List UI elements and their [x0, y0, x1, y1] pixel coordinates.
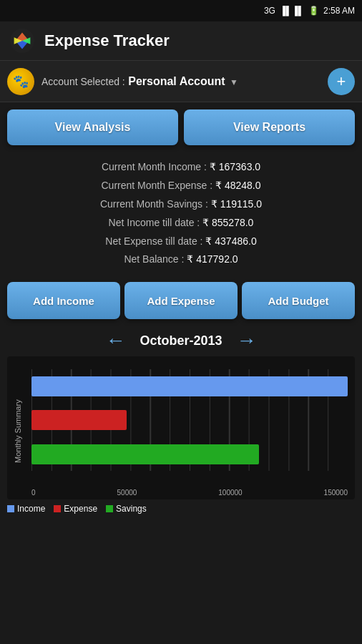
- stat-value-5: ₹ 417792.0: [187, 253, 238, 265]
- bar-income: [31, 376, 348, 396]
- stat-value-1: ₹ 48248.0: [215, 180, 261, 191]
- view-buttons-row: View Analysis View Reports: [0, 102, 362, 152]
- current-month-label: October-2013: [140, 333, 222, 348]
- chart-area: Monthly Summary 0 50000 100000 150000: [7, 356, 355, 499]
- battery-icon: 🔋: [308, 6, 319, 16]
- legend-income-label: Income: [17, 504, 45, 514]
- stat-label-3: Net Income till date :: [109, 217, 200, 228]
- add-expense-button[interactable]: Add Expense: [124, 282, 238, 319]
- stat-value-4: ₹ 437486.0: [205, 235, 256, 247]
- stat-label-2: Current Month Savings :: [100, 198, 208, 210]
- chevron-down-icon: ▼: [230, 77, 238, 87]
- add-budget-button[interactable]: Add Budget: [242, 282, 355, 319]
- stat-label-1: Current Month Expense :: [101, 180, 212, 191]
- account-row: Account Selected : Personal Account ▼ +: [0, 61, 362, 102]
- account-avatar: [7, 68, 34, 95]
- bottom-buttons-row: Add Income Add Expense Add Budget: [0, 276, 362, 325]
- x-label-1: 50000: [117, 489, 137, 497]
- stat-value-2: ₹ 119115.0: [211, 198, 262, 210]
- legend-expense-dot: [54, 505, 61, 512]
- stat-label-0: Current Month Income :: [102, 161, 207, 172]
- app-header: Expense Tracker: [0, 21, 362, 61]
- stat-row-5: Net Balance : ₹ 417792.0: [7, 250, 355, 269]
- bar-savings-container: [31, 441, 348, 467]
- account-selected-label: Account Selected :: [41, 76, 125, 87]
- stat-value-0: ₹ 167363.0: [210, 161, 260, 172]
- stat-row-4: Net Expense till date : ₹ 437486.0: [7, 233, 355, 251]
- stat-row-1: Current Month Expense : ₹ 48248.0: [7, 177, 355, 195]
- bar-income-container: [31, 374, 348, 399]
- account-info: Account Selected : Personal Account ▼: [41, 75, 238, 88]
- next-month-button[interactable]: →: [237, 331, 257, 351]
- legend-savings-label: Savings: [116, 504, 147, 514]
- view-analysis-button[interactable]: View Analysis: [7, 109, 178, 145]
- add-account-button[interactable]: +: [328, 68, 355, 95]
- bar-savings: [31, 444, 259, 464]
- time-display: 2:58 AM: [323, 6, 355, 16]
- legend-expense-label: Expense: [64, 504, 97, 514]
- legend-expense: Expense: [54, 504, 97, 514]
- stat-row-0: Current Month Income : ₹ 167363.0: [7, 158, 355, 177]
- legend-savings-dot: [106, 505, 113, 512]
- stat-value-3: ₹ 855278.0: [202, 217, 253, 228]
- bar-expense-container: [31, 407, 348, 433]
- y-axis-label: Monthly Summary: [7, 364, 29, 485]
- x-label-3: 150000: [324, 489, 348, 497]
- chart-inner: Monthly Summary: [7, 364, 355, 485]
- stats-section: Current Month Income : ₹ 167363.0 Curren…: [0, 152, 362, 276]
- add-income-button[interactable]: Add Income: [7, 282, 120, 319]
- chart-legend: Income Expense Savings: [0, 499, 362, 518]
- app-logo-icon: [9, 27, 36, 54]
- stat-label-5: Net Balance :: [124, 253, 184, 265]
- chart-content: [29, 364, 355, 485]
- legend-income-dot: [7, 505, 14, 512]
- account-name: Personal Account: [128, 75, 225, 87]
- stat-row-2: Current Month Savings : ₹ 119115.0: [7, 195, 355, 214]
- legend-income: Income: [7, 504, 45, 514]
- stat-row-3: Net Income till date : ₹ 855278.0: [7, 214, 355, 233]
- status-bar: 3G ▐▌▐▌ 🔋 2:58 AM: [0, 0, 362, 21]
- signal-icon: ▐▌▐▌: [280, 6, 304, 16]
- x-label-0: 0: [31, 489, 36, 497]
- x-label-2: 100000: [218, 489, 242, 497]
- month-navigation: ← October-2013 →: [0, 325, 362, 356]
- x-axis: 0 50000 100000 150000: [31, 489, 348, 497]
- app-title: Expense Tracker: [44, 31, 170, 50]
- prev-month-button[interactable]: ←: [105, 331, 125, 351]
- network-indicator: 3G: [264, 6, 275, 16]
- legend-savings: Savings: [106, 504, 147, 514]
- view-reports-button[interactable]: View Reports: [184, 109, 355, 145]
- bar-expense: [31, 410, 127, 430]
- stat-label-4: Net Expense till date :: [105, 235, 202, 247]
